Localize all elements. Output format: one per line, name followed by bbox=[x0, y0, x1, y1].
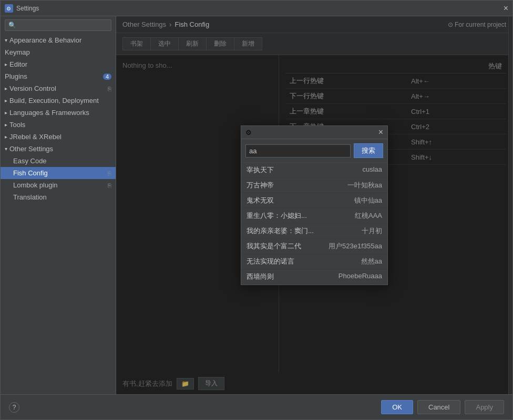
result-user: 然然aa bbox=[361, 257, 382, 266]
result-title: 重生八零：小媳妇... bbox=[247, 211, 307, 220]
result-title: 无法实现的诺言 bbox=[247, 257, 294, 266]
sidebar-item-translation[interactable]: Translation bbox=[1, 191, 116, 203]
modal-search-button[interactable]: 搜索 bbox=[354, 143, 383, 158]
plugins-badge: 4 bbox=[103, 74, 111, 80]
sidebar-item-label: Keymap bbox=[5, 48, 30, 56]
search-input[interactable] bbox=[18, 22, 108, 29]
chevron-down-icon: ▾ bbox=[5, 146, 7, 152]
list-item[interactable]: 我的亲亲老婆：窦门...十月初 bbox=[241, 224, 387, 239]
list-item[interactable]: 万古神帝一叶知秋aa bbox=[241, 178, 387, 193]
sidebar-item-label: JRebel & XRebel bbox=[9, 133, 61, 141]
sidebar-item-editor[interactable]: ▸ Editor bbox=[1, 58, 116, 70]
sidebar-item-label: Version Control bbox=[9, 85, 56, 92]
modal-close-button[interactable]: × bbox=[378, 128, 383, 136]
result-title: 鬼术无双 bbox=[247, 196, 274, 205]
result-user: 十月初 bbox=[362, 226, 382, 236]
result-title: 宰执天下 bbox=[247, 165, 274, 175]
search-modal: ⚙ × 搜索 宰执天下cuslaa万古神帝一叶知秋aa鬼术无双镇中仙aa重生八零… bbox=[241, 125, 388, 285]
sidebar-item-label: Plugins bbox=[5, 72, 27, 80]
sidebar-item-easy-code[interactable]: Easy Code bbox=[1, 155, 116, 167]
list-item[interactable]: 鬼术无双镇中仙aa bbox=[241, 193, 387, 208]
list-item[interactable]: 西墙尚则PhoebeRuaaa bbox=[241, 269, 387, 285]
sidebar-item-label: Translation bbox=[13, 193, 47, 201]
sidebar-item-label: Editor bbox=[9, 60, 27, 68]
sidebar-search-container[interactable]: 🔍 bbox=[5, 19, 111, 31]
chevron-right-icon: ▸ bbox=[5, 61, 7, 67]
modal-results: 宰执天下cuslaa万古神帝一叶知秋aa鬼术无双镇中仙aa重生八零：小媳妇...… bbox=[241, 162, 387, 285]
bottom-right: OK Cancel Apply bbox=[381, 400, 504, 414]
close-button[interactable]: × bbox=[504, 4, 508, 13]
sidebar: 🔍 ▾ Appearance & Behavior Keymap ▸ Edito… bbox=[1, 16, 116, 394]
sidebar-item-appearance[interactable]: ▾ Appearance & Behavior bbox=[1, 34, 116, 46]
result-user: 一叶知秋aa bbox=[347, 181, 382, 190]
modal-search-input[interactable] bbox=[245, 144, 351, 158]
copy-icon: ⎘ bbox=[108, 86, 111, 92]
sidebar-item-plugins[interactable]: Plugins 4 bbox=[1, 70, 116, 82]
ok-button[interactable]: OK bbox=[381, 400, 413, 414]
sidebar-item-jrebel[interactable]: ▸ JRebel & XRebel bbox=[1, 131, 116, 143]
list-item[interactable]: 宰执天下cuslaa bbox=[241, 163, 387, 178]
list-item[interactable]: 重生八零：小媳妇...红桃AAA bbox=[241, 208, 387, 224]
sidebar-item-label: Languages & Frameworks bbox=[9, 109, 89, 117]
result-title: 我其实是个富二代 bbox=[247, 242, 301, 251]
chevron-right-icon: ▸ bbox=[5, 122, 7, 128]
list-item[interactable]: 我其实是个富二代用户523e1f355aa bbox=[241, 239, 387, 254]
sidebar-item-fish-config[interactable]: Fish Config ⎘ bbox=[1, 167, 116, 179]
chevron-right-icon: ▸ bbox=[5, 86, 7, 91]
modal-search-row: 搜索 bbox=[241, 139, 387, 162]
search-icon: 🔍 bbox=[8, 22, 16, 29]
bottom-bar: ? OK Cancel Apply bbox=[1, 394, 512, 419]
help-button[interactable]: ? bbox=[9, 402, 19, 413]
title-bar-left: ⚙ Settings bbox=[5, 4, 39, 13]
result-user: PhoebeRuaaa bbox=[338, 272, 382, 281]
sidebar-item-keymap[interactable]: Keymap bbox=[1, 46, 116, 58]
settings-window: ⚙ Settings × 🔍 ▾ Appearance & Behavior K… bbox=[0, 0, 513, 420]
result-user: 用户523e1f355aa bbox=[329, 242, 382, 251]
result-title: 我的亲亲老婆：窦门... bbox=[247, 226, 314, 236]
sidebar-item-lombok[interactable]: Lombok plugin ⎘ bbox=[1, 179, 116, 191]
window-title: Settings bbox=[16, 5, 39, 12]
modal-overlay: ⚙ × 搜索 宰执天下cuslaa万古神帝一叶知秋aa鬼术无双镇中仙aa重生八零… bbox=[116, 16, 512, 394]
copy-icon: ⎘ bbox=[108, 182, 111, 188]
sidebar-item-label: Build, Execution, Deployment bbox=[9, 97, 99, 104]
result-user: 红桃AAA bbox=[355, 211, 382, 220]
list-item[interactable]: 无法实现的诺言然然aa bbox=[241, 254, 387, 269]
result-title: 万古神帝 bbox=[247, 181, 274, 190]
result-title: 西墙尚则 bbox=[247, 272, 274, 281]
content-area: 🔍 ▾ Appearance & Behavior Keymap ▸ Edito… bbox=[1, 16, 512, 394]
sidebar-item-label: Easy Code bbox=[13, 157, 47, 165]
svg-text:⚙: ⚙ bbox=[6, 6, 11, 12]
sidebar-item-label: Appearance & Behavior bbox=[9, 36, 81, 44]
sidebar-item-label: Lombok plugin bbox=[13, 181, 58, 189]
main-panel: Other Settings › Fish Config ⊙ For curre… bbox=[116, 16, 512, 394]
modal-title-icon: ⚙ bbox=[245, 129, 252, 136]
sidebar-item-label: Fish Config bbox=[13, 169, 48, 177]
app-icon: ⚙ bbox=[5, 4, 13, 13]
sidebar-item-vcs[interactable]: ▸ Version Control ⎘ bbox=[1, 82, 116, 94]
chevron-down-icon: ▾ bbox=[5, 37, 7, 43]
apply-button[interactable]: Apply bbox=[465, 400, 504, 414]
sidebar-item-label: Other Settings bbox=[9, 145, 53, 153]
sidebar-item-label: Tools bbox=[9, 121, 25, 129]
title-bar: ⚙ Settings × bbox=[1, 1, 512, 16]
chevron-right-icon: ▸ bbox=[5, 134, 7, 140]
result-user: 镇中仙aa bbox=[354, 196, 382, 205]
sidebar-item-languages[interactable]: ▸ Languages & Frameworks bbox=[1, 107, 116, 119]
copy-icon: ⎘ bbox=[108, 170, 111, 176]
cancel-button[interactable]: Cancel bbox=[417, 400, 460, 414]
result-user: cuslaa bbox=[362, 165, 382, 175]
sidebar-item-tools[interactable]: ▸ Tools bbox=[1, 119, 116, 131]
sidebar-item-build[interactable]: ▸ Build, Execution, Deployment bbox=[1, 94, 116, 107]
chevron-right-icon: ▸ bbox=[5, 110, 7, 116]
modal-titlebar: ⚙ × bbox=[241, 126, 387, 139]
sidebar-item-other[interactable]: ▾ Other Settings bbox=[1, 143, 116, 155]
bottom-left: ? bbox=[9, 402, 19, 413]
chevron-right-icon: ▸ bbox=[5, 98, 7, 103]
